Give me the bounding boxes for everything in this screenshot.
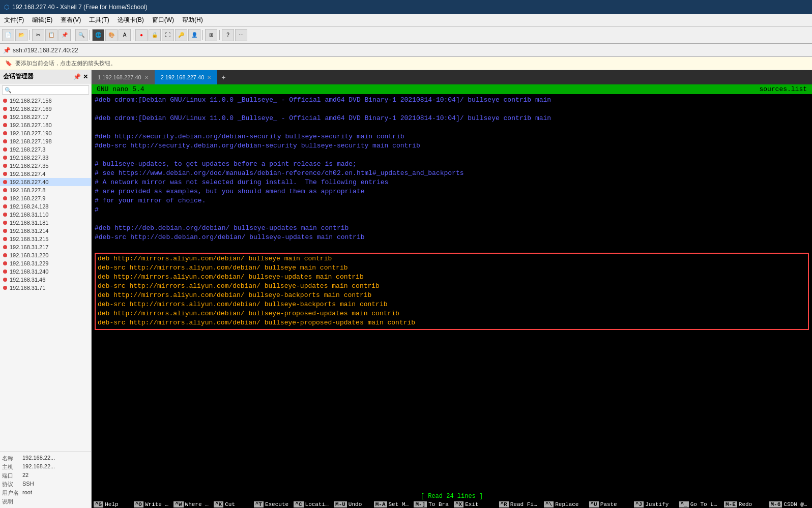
help-btn[interactable]: ? bbox=[222, 29, 234, 41]
sidebar-close-icon[interactable]: ✕ bbox=[83, 73, 88, 80]
shortcut-key: M-E bbox=[724, 501, 737, 507]
sidebar-item-label: 192.168.31.71 bbox=[10, 285, 45, 291]
shortcut-ctrl-G[interactable]: ^GHelp bbox=[92, 500, 132, 508]
cut-btn[interactable]: ✂ bbox=[32, 29, 44, 41]
nano-line bbox=[95, 124, 809, 133]
menu-item-帮助(H)[interactable]: 帮助(H) bbox=[178, 15, 207, 25]
new-btn[interactable]: 📄 bbox=[2, 29, 14, 41]
connection-dot bbox=[3, 278, 7, 282]
shortcut-ctrl-C[interactable]: ^CLocation bbox=[292, 500, 332, 508]
shortcut-ctrl-X[interactable]: ^XExit bbox=[452, 500, 497, 508]
shortcut-meta-E[interactable]: M-ERedo bbox=[722, 500, 767, 508]
sidebar-item-label: 192.168.227.9 bbox=[10, 195, 45, 201]
shortcut-ctrl-O[interactable]: ^OWrite Out bbox=[132, 500, 172, 508]
sidebar-item-192.168.31.181[interactable]: 192.168.31.181 bbox=[0, 219, 91, 227]
sidebar-item-192.168.31.71[interactable]: 192.168.31.71 bbox=[0, 284, 91, 292]
nano-line bbox=[95, 215, 809, 224]
info-row-用户名: 用户名root bbox=[2, 489, 89, 497]
menu-item-编辑(E)[interactable]: 编辑(E) bbox=[28, 15, 56, 25]
sidebar-item-192.168.227.3[interactable]: 192.168.227.3 bbox=[0, 145, 91, 154]
connection-dot bbox=[3, 172, 7, 176]
sidebar-item-192.168.227.9[interactable]: 192.168.227.9 bbox=[0, 194, 91, 202]
paste-btn[interactable]: 📌 bbox=[59, 29, 71, 41]
sidebar-item-192.168.227.33[interactable]: 192.168.227.33 bbox=[0, 154, 91, 162]
shortcut-meta-6[interactable]: M-6CSDN @下雨的太阳W bbox=[767, 500, 813, 508]
sidebar-item-192.168.31.46[interactable]: 192.168.31.46 bbox=[0, 276, 91, 284]
connection-dot bbox=[3, 107, 7, 111]
connection-dot bbox=[3, 131, 7, 135]
shortcut-ctrl-W[interactable]: ^WWhere Is bbox=[171, 500, 212, 508]
sidebar-item-192.168.31.229[interactable]: 192.168.31.229 bbox=[0, 259, 91, 267]
rec-btn[interactable]: ● bbox=[135, 29, 148, 41]
nano-content[interactable]: #deb cdrom:[Debian GNU/Linux 11.0.0 _Bul… bbox=[92, 94, 812, 492]
sidebar-item-192.168.227.17[interactable]: 192.168.227.17 bbox=[0, 113, 91, 121]
sidebar-item-192.168.227.190[interactable]: 192.168.227.190 bbox=[0, 129, 91, 137]
menu-item-窗口(W)[interactable]: 窗口(W) bbox=[148, 15, 178, 25]
sidebar-item-192.168.227.8[interactable]: 192.168.227.8 bbox=[0, 186, 91, 194]
sidebar-pin-icon[interactable]: 📌 bbox=[73, 73, 81, 80]
sidebar-header: 会话管理器 📌 ✕ bbox=[0, 70, 91, 83]
shortcut-label: Go To Line bbox=[690, 501, 720, 507]
split-btn[interactable]: ⊞ bbox=[205, 29, 217, 41]
shortcut-ctrl-\[interactable]: ^\Replace bbox=[542, 500, 587, 508]
sidebar-item-192.168.31.220[interactable]: 192.168.31.220 bbox=[0, 251, 91, 259]
info-label: 说明 bbox=[2, 498, 22, 505]
sidebar-item-192.168.31.240[interactable]: 192.168.31.240 bbox=[0, 267, 91, 276]
shortcut-row-1: ^XExit^RRead File^\Replace^UPaste^JJusti… bbox=[452, 500, 812, 508]
right-panel: 1 192.168.227.40✕2 192.168.227.40✕+ GNU … bbox=[92, 70, 812, 508]
sidebar-item-192.168.31.214[interactable]: 192.168.31.214 bbox=[0, 227, 91, 235]
sidebar-item-192.168.227.180[interactable]: 192.168.227.180 bbox=[0, 121, 91, 129]
address-bar: 📌 ssh://192.168.227.40:22 bbox=[0, 44, 812, 57]
shortcut-meta-U[interactable]: M-UUndo bbox=[332, 500, 372, 508]
shortcut-ctrl-J[interactable]: ^JJustify bbox=[632, 500, 677, 508]
tab-2[interactable]: 2 192.168.227.40✕ bbox=[155, 70, 218, 84]
shortcut-meta-][interactable]: M-]To Bra bbox=[412, 500, 452, 508]
info-value: 192.168.22... bbox=[22, 463, 55, 471]
sidebar-item-192.168.24.128[interactable]: 192.168.24.128 bbox=[0, 202, 91, 211]
sidebar-item-192.168.227.35[interactable]: 192.168.227.35 bbox=[0, 162, 91, 170]
add-tab-button[interactable]: + bbox=[217, 71, 229, 83]
sidebar-item-192.168.227.169[interactable]: 192.168.227.169 bbox=[0, 105, 91, 113]
tab-close-icon[interactable]: ✕ bbox=[144, 75, 149, 80]
sidebar-item-label: 192.168.31.220 bbox=[10, 252, 48, 258]
sidebar-item-192.168.227.156[interactable]: 192.168.227.156 bbox=[0, 97, 91, 105]
sidebar-item-192.168.227.40[interactable]: 192.168.227.40 bbox=[0, 178, 91, 186]
shortcut-ctrl-T[interactable]: ^TExecute bbox=[252, 500, 292, 508]
sidebar-item-192.168.227.198[interactable]: 192.168.227.198 bbox=[0, 137, 91, 145]
connection-dot bbox=[3, 123, 7, 127]
tab-1[interactable]: 1 192.168.227.40✕ bbox=[92, 70, 155, 84]
sidebar: 会话管理器 📌 ✕ 192.168.227.156192.168.227.169… bbox=[0, 70, 92, 508]
connect-btn[interactable]: 🌐 bbox=[92, 29, 104, 41]
tab-close-icon[interactable]: ✕ bbox=[207, 75, 211, 80]
sidebar-item-192.168.31.215[interactable]: 192.168.31.215 bbox=[0, 235, 91, 243]
sidebar-search-input[interactable] bbox=[2, 85, 89, 95]
person-btn[interactable]: 👤 bbox=[188, 29, 200, 41]
shortcut-meta-A[interactable]: M-ASet Mark bbox=[372, 500, 412, 508]
open-btn[interactable]: 📂 bbox=[15, 29, 27, 41]
shortcut-label: Location bbox=[305, 501, 330, 507]
menu-item-文件(F)[interactable]: 文件(F) bbox=[0, 15, 28, 25]
highlighted-nano-line: deb http://mirrors.aliyun.com/debian/ bu… bbox=[98, 273, 806, 282]
shortcut-ctrl-U[interactable]: ^UPaste bbox=[587, 500, 632, 508]
menu-item-工具(T)[interactable]: 工具(T) bbox=[85, 15, 113, 25]
fullscreen-btn[interactable]: ⛶ bbox=[162, 29, 174, 41]
extra-btn[interactable]: ⋯ bbox=[235, 29, 247, 41]
shield-btn[interactable]: 🔒 bbox=[149, 29, 161, 41]
menu-item-选项卡(B)[interactable]: 选项卡(B) bbox=[113, 15, 148, 25]
shortcut-ctrl-K[interactable]: ^KCut bbox=[212, 500, 252, 508]
search-btn[interactable]: 🔍 bbox=[75, 29, 88, 41]
connection-dot bbox=[3, 188, 7, 192]
sidebar-item-192.168.31.217[interactable]: 192.168.31.217 bbox=[0, 243, 91, 251]
sidebar-item-192.168.227.4[interactable]: 192.168.227.4 bbox=[0, 170, 91, 178]
shortcut-ctrl-R[interactable]: ^RRead File bbox=[497, 500, 542, 508]
terminal[interactable]: GNU nano 5.4 sources.list #deb cdrom:[De… bbox=[92, 84, 812, 508]
key-btn[interactable]: 🔑 bbox=[175, 29, 187, 41]
font-btn[interactable]: A bbox=[119, 29, 131, 41]
shortcut-ctrl-_[interactable]: ^_Go To Line bbox=[677, 500, 722, 508]
sidebar-item-192.168.31.110[interactable]: 192.168.31.110 bbox=[0, 211, 91, 219]
menu-item-查看(V)[interactable]: 查看(V) bbox=[56, 15, 85, 25]
copy-btn[interactable]: 📋 bbox=[45, 29, 57, 41]
nano-line: # A network mirror was not selected duri… bbox=[95, 178, 809, 188]
sidebar-item-label: 192.168.227.169 bbox=[10, 106, 52, 112]
color-btn[interactable]: 🎨 bbox=[105, 29, 118, 41]
